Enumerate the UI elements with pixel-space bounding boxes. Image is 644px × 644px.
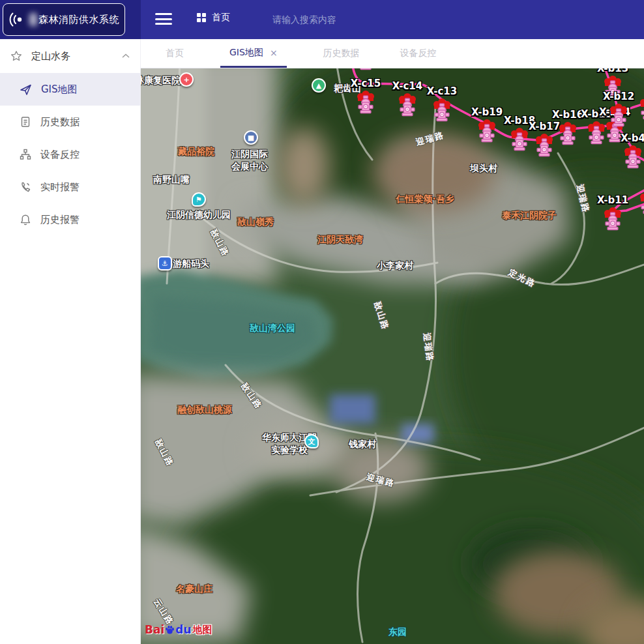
tab-history-data[interactable]: 历史数据 [319,39,364,68]
header-brand-band: 森林消防供水系统 [0,0,141,39]
censored-text [29,13,37,26]
fire-hydrant-icon [609,104,628,128]
hydrant-marker[interactable]: X-b18 [510,128,529,153]
sidebar-item-label: 历史数据 [40,116,80,128]
mountain-icon: ▲ [312,78,326,93]
tab-device-control[interactable]: 设备反控 [396,39,441,68]
hydrant-label: X-b12 [603,91,634,102]
map-label-lingxiu: 敔山嶺秀 [237,216,274,228]
fire-hydrant-icon [639,96,644,121]
hospital-icon: + [179,72,194,87]
baidu-paw-icon [165,625,175,635]
fire-hydrant-icon [624,145,642,170]
sidebar-item-label: GIS地图 [41,83,78,96]
fire-hydrant-icon [604,207,622,232]
fire-hydrant-icon [478,119,496,144]
hydrant-label: X-b16 [552,109,583,121]
fire-hydrant-icon [559,122,577,147]
hydrant-marker[interactable]: X-b4 [624,145,642,170]
sidebar-item-gis-map[interactable]: GIS地图 [0,73,140,106]
wharf-anchor-icon: ⚓ [158,256,172,271]
map-label-hospital: 林康复医院 [141,75,181,87]
phone-icon [20,181,31,193]
app-title: 森林消防供水系统 [38,14,119,26]
sidebar-item-history-alarm[interactable]: 历史报警 [0,203,140,236]
map-label-rongchuang: 融创敔山桃源 [177,404,232,416]
fire-hydrant-icon [357,91,375,115]
tab-close-icon[interactable]: × [270,48,278,58]
sidebar-item-device-control[interactable]: 设备反控 [0,138,140,171]
map-label-dongyuan: 东园 [388,626,407,638]
sidebar-group-label: 定山水务 [31,50,122,63]
map-label-expo: 江阴国际会展中心 [231,148,268,173]
header-home-label: 首页 [212,12,230,23]
sidebar-item-history-data[interactable]: 历史数据 [0,106,140,138]
star-icon [10,50,22,62]
hydrant-marker[interactable]: X-c14 [398,93,417,118]
expo-building-icon: ■ [244,130,258,145]
map-label-xiaolijia: 小李家村 [377,260,413,272]
hydrant-marker[interactable]: X-b16 [559,122,577,147]
sidebar: 定山水务 GIS地图 历史数据 设备反控 实时报警 历史报警 [0,39,141,644]
tab-home[interactable]: 首页 [162,39,188,68]
hydrant-label: X-b11 [597,194,628,206]
tab-bar: 首页 GIS地图 × 历史数据 设备反控 [141,39,644,68]
fire-hydrant-icon [639,191,644,216]
kindergarten-icon: ⚑ [192,192,206,207]
sidebar-item-label: 历史报警 [40,214,80,226]
map-label-wharf: 游船码头 [173,258,209,270]
grid-icon [197,13,206,22]
map-label-nanye: 南野山嘴 [153,174,190,186]
fire-hydrant-icon [587,121,606,146]
hydrant-label: X-c13 [427,85,457,97]
map-label-taihe: 泰禾江阴院子 [502,210,557,222]
bell-icon [20,214,31,226]
hydrant-label: X-b4 [621,132,644,144]
hydrant-label: X-b17 [529,121,560,132]
hydrant-label: X-c14 [392,80,422,92]
hydrant-label: X-b13 [597,68,628,74]
fire-hydrant-icon [398,93,417,118]
hamburger-menu-icon[interactable] [155,13,172,26]
gis-satellite-map[interactable]: 迎瑞路 敔山路 敔山路 迎瑞路 定光路 迎瑞路 敔山路 敔山路 迎瑞路 云山路 … [141,68,644,644]
top-header: 森林消防供水系统 首页 [0,0,644,39]
fire-hydrant-icon [535,134,553,158]
map-label-renheng: 仁恒棠颂·吾乡 [396,194,454,205]
sitemap-icon [20,149,31,160]
sidebar-item-label: 实时报警 [40,181,80,194]
sidebar-item-label: 设备反控 [40,149,80,161]
hydrant-marker[interactable]: X-b12 [609,104,628,128]
hydrant-marker[interactable]: X-c15 [357,91,375,115]
fire-hydrant-icon [357,68,375,72]
header-home-link[interactable]: 首页 [197,12,230,23]
map-label-tianyuwan: 江阴天敔湾 [317,234,363,246]
sidebar-item-realtime-alarm[interactable]: 实时报警 [0,171,140,203]
map-label-qianjia: 钱家村 [349,439,376,450]
chevron-up-icon[interactable] [122,53,130,59]
send-icon [20,83,32,96]
fire-hydrant-icon [433,98,451,123]
tab-gis-map[interactable]: GIS地图 × [220,39,287,68]
hydrant-marker[interactable]: X-c13 [433,98,451,123]
hydrant-marker[interactable]: X-b11 [604,207,622,232]
sound-wave-logo-icon [8,10,27,29]
hydrant-marker[interactable]: X [639,191,644,216]
hydrant-label: X-c15 [351,78,381,89]
map-label-park: 敔山湾公园 [250,323,295,334]
map-label-minghao: 名豪山庄 [176,583,212,595]
fire-hydrant-icon [510,128,529,153]
hydrant-label: X-b19 [471,106,503,118]
hydrant-marker[interactable]: X-b17 [535,134,553,158]
hydrant-marker[interactable]: X-b19 [478,119,496,144]
hydrant-marker[interactable]: X-b15 [587,121,606,146]
water-pipeline [141,68,644,644]
baidu-maps-attribution: Bai du 地图 [145,623,212,636]
map-label-batou: 坝头村 [470,163,497,175]
hydrant-marker[interactable]: X [639,96,644,121]
document-icon [20,116,31,128]
map-label-kindergarten: 江阴信德幼儿园 [167,209,231,221]
school-icon: 文 [304,434,319,448]
sidebar-group-dingshan[interactable]: 定山水务 [0,39,140,73]
hydrant-marker[interactable] [357,68,375,72]
search-input[interactable] [272,10,390,29]
